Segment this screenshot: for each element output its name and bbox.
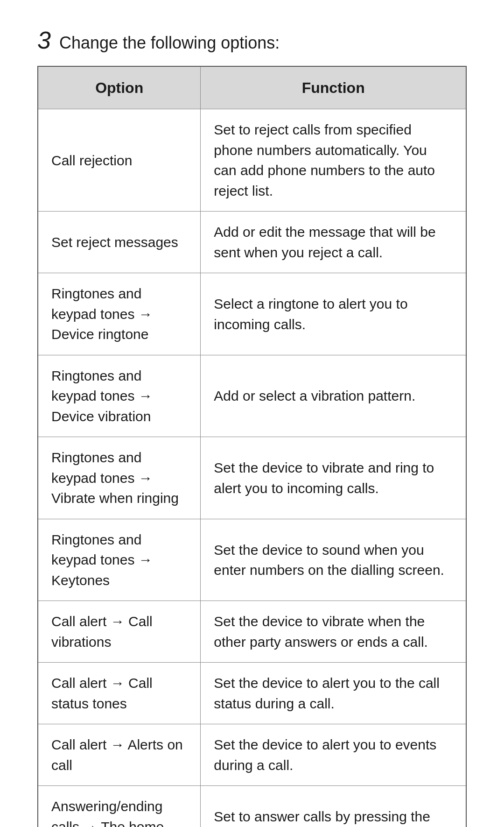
- table-cell-option: Answering/ending calls → The home key an…: [38, 786, 201, 827]
- table-cell-function: Set the device to alert you to events du…: [201, 724, 466, 786]
- table-cell-function: Set the device to sound when you enter n…: [201, 519, 466, 601]
- step-text: Change the following options:: [59, 33, 280, 53]
- table-cell-function: Set the device to vibrate when the other…: [201, 601, 466, 663]
- table-row: Call rejectionSet to reject calls from s…: [38, 109, 466, 212]
- table-row: Ringtones and keypad tones → Device ring…: [38, 273, 466, 355]
- column-header-option: Option: [38, 66, 201, 109]
- table-cell-function: Set to reject calls from specified phone…: [201, 109, 466, 212]
- table-cell-option: Call alert → Call vibrations: [38, 601, 201, 663]
- step-number: 3: [37, 28, 51, 52]
- table-cell-function: Add or select a vibration pattern.: [201, 355, 466, 437]
- table-cell-option: Ringtones and keypad tones → Keytones: [38, 519, 201, 601]
- table-cell-option: Set reject messages: [38, 212, 201, 273]
- table-row: Call alert → Call status tonesSet the de…: [38, 663, 466, 724]
- table-row: Ringtones and keypad tones → Vibrate whe…: [38, 437, 466, 519]
- table-cell-option: Ringtones and keypad tones → Vibrate whe…: [38, 437, 201, 519]
- table-cell-function: Set the device to vibrate and ring to al…: [201, 437, 466, 519]
- table-body: Call rejectionSet to reject calls from s…: [38, 109, 466, 827]
- table-header: Option Function: [38, 66, 466, 109]
- table-row: Ringtones and keypad tones → Device vibr…: [38, 355, 466, 437]
- table-cell-function: Add or edit the message that will be sen…: [201, 212, 466, 273]
- table-cell-option: Call alert → Alerts on call: [38, 724, 201, 786]
- table-cell-function: Set the device to alert you to the call …: [201, 663, 466, 724]
- table-row: Call alert → Alerts on callSet the devic…: [38, 724, 466, 786]
- step-header: 3 Change the following options:: [37, 28, 467, 53]
- column-header-function: Function: [201, 66, 466, 109]
- table-cell-option: Call rejection: [38, 109, 201, 212]
- table-cell-function: Select a ringtone to alert you to incomi…: [201, 273, 466, 355]
- table-cell-option: Ringtones and keypad tones → Device vibr…: [38, 355, 201, 437]
- table-cell-function: Set to answer calls by pressing the Home…: [201, 786, 466, 827]
- table-row: Answering/ending calls → The home key an…: [38, 786, 466, 827]
- table-row: Call alert → Call vibrationsSet the devi…: [38, 601, 466, 663]
- table-cell-option: Ringtones and keypad tones → Device ring…: [38, 273, 201, 355]
- table-row: Set reject messagesAdd or edit the messa…: [38, 212, 466, 273]
- table-row: Ringtones and keypad tones → KeytonesSet…: [38, 519, 466, 601]
- options-table: Option Function Call rejectionSet to rej…: [37, 66, 467, 827]
- table-cell-option: Call alert → Call status tones: [38, 663, 201, 724]
